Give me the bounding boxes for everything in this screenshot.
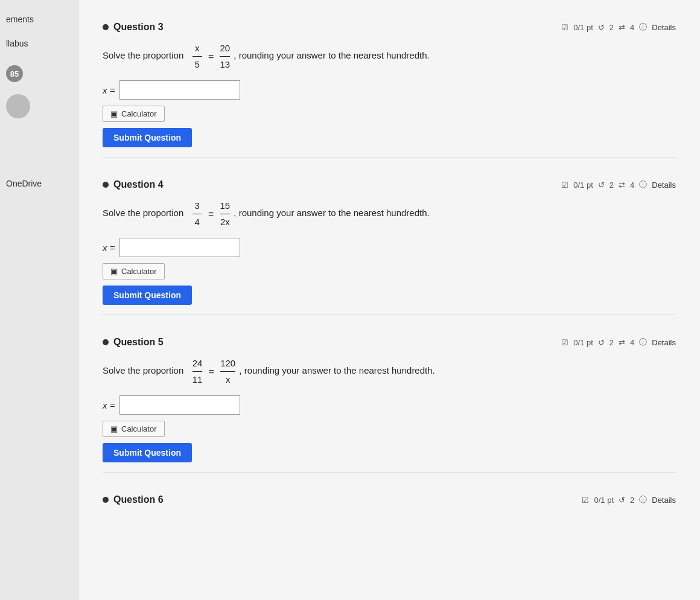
question-3-label: Question 3 [113, 22, 164, 33]
question-5-checkbox-icon: ☑ [561, 338, 568, 347]
question-5-dot [103, 339, 109, 345]
question-5-answer-input[interactable] [119, 395, 240, 415]
sidebar-badge: 85 [6, 65, 23, 82]
question-4-suffix: , rounding your answer to the nearest hu… [234, 208, 429, 218]
question-6-header: Question 6 ☑ 0/1 pt ↺ 2 ⓘ Details [103, 494, 676, 505]
calculator-icon-q5: ▣ [110, 424, 118, 433]
question-4-history-icon: ↺ [598, 180, 605, 190]
question-3-right-den: 13 [220, 57, 230, 72]
question-5-header: Question 5 ☑ 0/1 pt ↺ 2 ⇄ 4 ⓘ Details [103, 337, 676, 348]
question-3-fraction-right: 20 13 [220, 41, 230, 72]
question-6-info-icon: ⓘ [639, 494, 647, 505]
main-content: Question 3 ☑ 0/1 pt ↺ 2 ⇄ 4 ⓘ Details So… [78, 0, 700, 600]
question-5-answer-row: x = [103, 395, 676, 415]
sidebar: ements llabus 85 OneDrive [0, 0, 78, 600]
question-4-history: 2 [609, 180, 614, 190]
question-5-left-den: 11 [192, 372, 203, 387]
question-3-details[interactable]: Details [652, 23, 676, 32]
question-6-points: 0/1 pt [594, 496, 614, 505]
question-3-submit-label: Submit Question [113, 133, 181, 142]
question-3-prompt: Solve the proportion [103, 50, 183, 60]
question-5-title: Question 5 [103, 337, 164, 348]
question-3-block: Question 3 ☑ 0/1 pt ↺ 2 ⇄ 4 ⓘ Details So… [103, 12, 676, 158]
question-3-dot [103, 24, 109, 30]
question-4-dot [103, 182, 109, 188]
question-3-retry: 4 [630, 23, 634, 32]
question-3-meta: ☑ 0/1 pt ↺ 2 ⇄ 4 ⓘ Details [561, 22, 676, 33]
question-4-fraction-left: 3 4 [192, 199, 202, 229]
question-3-points: 0/1 pt [573, 23, 593, 32]
question-3-left-den: 5 [192, 57, 202, 72]
question-5-block: Question 5 ☑ 0/1 pt ↺ 2 ⇄ 4 ⓘ Details So… [103, 327, 676, 473]
question-4-label: Question 4 [113, 179, 164, 190]
question-5-right-num: 120 [220, 356, 235, 372]
question-6-details[interactable]: Details [652, 496, 676, 505]
question-4-header: Question 4 ☑ 0/1 pt ↺ 2 ⇄ 4 ⓘ Details [103, 179, 676, 190]
question-3-right-num: 20 [220, 41, 230, 57]
question-5-calculator-button[interactable]: ▣ Calculator [103, 421, 165, 437]
question-3-title: Question 3 [103, 22, 164, 33]
question-3-calculator-button[interactable]: ▣ Calculator [103, 106, 165, 122]
question-4-calculator-label: Calculator [121, 267, 157, 276]
question-4-meta: ☑ 0/1 pt ↺ 2 ⇄ 4 ⓘ Details [561, 179, 676, 190]
question-6-history-icon: ↺ [619, 496, 625, 505]
question-6-dot [103, 497, 109, 503]
question-5-meta: ☑ 0/1 pt ↺ 2 ⇄ 4 ⓘ Details [561, 337, 676, 348]
question-5-body: Solve the proportion 24 11 = 120 x , rou… [103, 356, 676, 387]
question-4-info-icon: ⓘ [639, 179, 647, 190]
question-4-calculator-button[interactable]: ▣ Calculator [103, 263, 165, 279]
question-5-suffix: , rounding your answer to the nearest hu… [239, 365, 434, 375]
question-4-points: 0/1 pt [573, 180, 593, 190]
question-4-right-num: 15 [220, 199, 230, 214]
question-4-answer-row: x = [103, 238, 676, 257]
question-4-details[interactable]: Details [652, 180, 676, 190]
question-6-meta: ☑ 0/1 pt ↺ 2 ⓘ Details [582, 494, 676, 505]
question-4-checkbox-icon: ☑ [561, 180, 568, 190]
question-4-answer-label: x = [103, 243, 115, 253]
question-3-answer-label: x = [103, 85, 115, 95]
question-5-info-icon: ⓘ [639, 337, 647, 348]
question-4-block: Question 4 ☑ 0/1 pt ↺ 2 ⇄ 4 ⓘ Details So… [103, 170, 676, 315]
question-3-fraction-left: x 5 [192, 41, 202, 72]
question-5-calculator-label: Calculator [121, 424, 157, 433]
question-4-title: Question 4 [103, 179, 164, 190]
question-6-block: Question 6 ☑ 0/1 pt ↺ 2 ⓘ Details [103, 485, 676, 516]
question-4-answer-input[interactable] [119, 238, 240, 257]
question-3-header: Question 3 ☑ 0/1 pt ↺ 2 ⇄ 4 ⓘ Details [103, 22, 676, 33]
sidebar-item-llabus[interactable]: llabus [6, 36, 72, 51]
question-5-details[interactable]: Details [652, 338, 676, 347]
question-6-label: Question 6 [113, 494, 164, 505]
question-5-prompt: Solve the proportion [103, 365, 183, 375]
question-3-body: Solve the proportion x 5 = 20 13 , round… [103, 41, 676, 72]
sidebar-item-ements[interactable]: ements [6, 12, 72, 27]
question-3-history-icon: ↺ [598, 23, 605, 32]
question-3-checkbox-icon: ☑ [561, 23, 568, 32]
calculator-icon-q4: ▣ [110, 267, 118, 276]
question-3-submit-button[interactable]: Submit Question [103, 128, 192, 147]
question-4-left-den: 4 [192, 214, 202, 229]
question-3-retry-icon: ⇄ [619, 23, 625, 32]
question-5-submit-label: Submit Question [113, 448, 181, 458]
question-5-label: Question 5 [113, 337, 164, 348]
question-4-submit-label: Submit Question [113, 290, 181, 300]
question-3-info-icon: ⓘ [639, 22, 647, 33]
question-5-left-num: 24 [192, 356, 203, 372]
calculator-icon: ▣ [110, 109, 118, 118]
sidebar-item-onedrive[interactable]: OneDrive [6, 176, 72, 191]
question-5-answer-label: x = [103, 400, 115, 410]
question-3-answer-row: x = [103, 80, 676, 100]
question-4-retry: 4 [630, 180, 634, 190]
question-4-submit-button[interactable]: Submit Question [103, 286, 192, 305]
question-5-history-icon: ↺ [598, 338, 605, 347]
question-3-answer-input[interactable] [119, 80, 240, 100]
question-4-prompt: Solve the proportion [103, 208, 183, 218]
question-5-retry-icon: ⇄ [619, 338, 625, 347]
question-4-retry-icon: ⇄ [619, 180, 625, 190]
question-5-retry: 4 [630, 338, 634, 347]
question-4-left-num: 3 [192, 199, 202, 214]
question-4-equals: = [208, 209, 214, 219]
question-4-fraction-right: 15 2x [220, 199, 230, 229]
question-5-submit-button[interactable]: Submit Question [103, 443, 192, 462]
question-5-points: 0/1 pt [573, 338, 593, 347]
question-4-right-den: 2x [220, 214, 230, 229]
